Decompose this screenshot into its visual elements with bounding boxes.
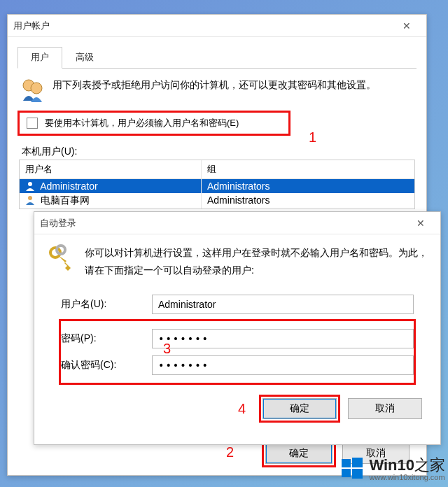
tabs: 用户 高级 <box>18 47 416 69</box>
svg-point-2 <box>28 182 32 186</box>
table-row[interactable]: 电脑百事网 Administrators <box>20 193 414 209</box>
user-icon <box>25 181 35 191</box>
table-row[interactable]: Administrator Administrators <box>20 179 414 193</box>
col-username[interactable]: 用户名 <box>20 160 202 178</box>
annotation-1: 1 <box>309 129 316 146</box>
window-title: 自动登录 <box>40 217 407 230</box>
auto-login-description: 你可以对计算机进行设置，这样用户在登录时就不必输入用户名和密码。为此，请在下面指… <box>85 244 428 279</box>
svg-point-3 <box>28 196 32 200</box>
close-icon[interactable]: ✕ <box>393 16 421 36</box>
checkbox-label: 要使用本计算机，用户必须输入用户名和密码(E) <box>45 117 239 129</box>
cell-group: Administrators <box>202 193 414 209</box>
users-table: 用户名 组 Administrator Administrators 电脑百事 <box>19 160 415 209</box>
cell-username: Administrator <box>40 181 97 192</box>
users-list-label: 本机用户(U): <box>22 146 416 158</box>
require-password-checkbox-row[interactable]: 要使用本计算机，用户必须输入用户名和密码(E) <box>18 111 290 136</box>
tab-users[interactable]: 用户 <box>18 47 62 69</box>
password-row: 密码(P): <box>61 329 414 348</box>
table-header: 用户名 组 <box>20 160 414 179</box>
watermark-brand: Win10 <box>369 456 414 474</box>
username-row: 用户名(U): <box>61 295 414 314</box>
keys-icon <box>47 244 75 272</box>
tab-advanced[interactable]: 高级 <box>62 47 107 68</box>
window-title: 用户帐户 <box>13 20 393 32</box>
svg-rect-9 <box>352 469 363 479</box>
ok-button[interactable]: 确定 <box>265 443 332 464</box>
users-icon <box>20 77 46 102</box>
watermark: Win10之家 www.win10xitong.com <box>341 455 445 481</box>
svg-rect-8 <box>342 469 351 477</box>
annotation-2: 2 <box>226 444 234 460</box>
titlebar: 自动登录 ✕ <box>34 212 440 234</box>
username-label: 用户名(U): <box>61 298 152 311</box>
watermark-suffix: 之家 <box>414 456 445 474</box>
cell-group: Administrators <box>202 179 414 193</box>
cell-username: 电脑百事网 <box>41 195 90 206</box>
col-group[interactable]: 组 <box>202 160 414 178</box>
annotation-4: 4 <box>238 401 246 417</box>
svg-rect-6 <box>342 459 351 467</box>
user-icon <box>25 195 35 205</box>
confirm-password-row: 确认密码(C): <box>61 355 414 375</box>
ok-button[interactable]: 确定 <box>262 398 337 419</box>
svg-point-1 <box>31 83 42 94</box>
windows-logo-icon <box>341 457 363 479</box>
confirm-password-label: 确认密码(C): <box>61 359 152 372</box>
watermark-url: www.win10xitong.com <box>369 473 445 481</box>
auto-login-dialog: 自动登录 ✕ 你可以对计算机进行设置，这样用户在登录时就不必输入用户名和密码。为… <box>34 211 441 445</box>
svg-rect-7 <box>352 458 363 467</box>
checkbox-icon[interactable] <box>27 118 38 129</box>
password-field[interactable] <box>152 329 414 348</box>
close-icon[interactable]: ✕ <box>407 213 435 233</box>
auto-login-buttons: 4 确定 取消 <box>47 398 422 419</box>
password-label: 密码(P): <box>61 332 152 345</box>
cancel-button[interactable]: 取消 <box>348 398 422 419</box>
password-group: 密码(P): 确认密码(C): <box>61 321 414 383</box>
titlebar: 用户帐户 ✕ <box>8 15 426 37</box>
username-field[interactable] <box>152 295 414 314</box>
description-text: 用下列表授予或拒绝用户访问你的计算机，还可以更改其密码和其他设置。 <box>52 77 414 102</box>
confirm-password-field[interactable] <box>152 355 414 375</box>
